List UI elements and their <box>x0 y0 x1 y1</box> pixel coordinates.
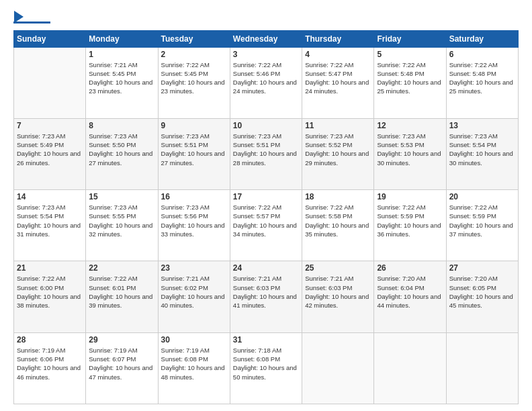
calendar-cell: 19Sunrise: 7:22 AMSunset: 5:59 PMDayligh… <box>374 190 446 261</box>
day-detail: Sunrise: 7:22 AMSunset: 6:01 PMDaylight:… <box>89 274 154 310</box>
day-detail: Sunrise: 7:23 AMSunset: 5:53 PMDaylight:… <box>377 132 443 167</box>
calendar-cell: 23Sunrise: 7:21 AMSunset: 6:02 PMDayligh… <box>158 261 230 332</box>
calendar-cell: 1Sunrise: 7:21 AMSunset: 5:45 PMDaylight… <box>86 47 158 118</box>
day-detail: Sunrise: 7:21 AMSunset: 6:03 PMDaylight:… <box>305 274 371 310</box>
day-number: 22 <box>89 263 154 273</box>
calendar-header-friday: Friday <box>374 30 446 47</box>
day-number: 31 <box>233 335 299 345</box>
day-number: 15 <box>89 192 154 201</box>
day-detail: Sunrise: 7:23 AMSunset: 5:54 PMDaylight:… <box>449 132 515 167</box>
header <box>13 11 519 24</box>
calendar-cell: 15Sunrise: 7:23 AMSunset: 5:55 PMDayligh… <box>86 190 158 261</box>
calendar-cell: 8Sunrise: 7:23 AMSunset: 5:50 PMDaylight… <box>86 118 158 189</box>
calendar-cell <box>302 332 374 404</box>
day-detail: Sunrise: 7:23 AMSunset: 5:50 PMDaylight:… <box>89 132 154 167</box>
day-number: 20 <box>449 192 515 201</box>
day-number: 10 <box>233 121 299 130</box>
day-detail: Sunrise: 7:22 AMSunset: 5:59 PMDaylight:… <box>377 203 443 238</box>
day-detail: Sunrise: 7:19 AMSunset: 6:07 PMDaylight:… <box>89 346 154 381</box>
day-number: 3 <box>233 50 299 59</box>
calendar-cell: 18Sunrise: 7:22 AMSunset: 5:58 PMDayligh… <box>302 190 374 261</box>
calendar-header-saturday: Saturday <box>446 30 518 47</box>
calendar-cell: 16Sunrise: 7:23 AMSunset: 5:56 PMDayligh… <box>158 190 230 261</box>
calendar-cell: 11Sunrise: 7:23 AMSunset: 5:52 PMDayligh… <box>302 118 374 189</box>
day-detail: Sunrise: 7:21 AMSunset: 6:03 PMDaylight:… <box>233 274 299 310</box>
day-number: 24 <box>233 263 299 273</box>
day-number: 18 <box>305 192 371 201</box>
calendar-week-4: 21Sunrise: 7:22 AMSunset: 6:00 PMDayligh… <box>14 261 519 332</box>
logo <box>13 11 50 24</box>
day-number: 14 <box>17 192 83 201</box>
day-number: 25 <box>305 263 371 273</box>
day-detail: Sunrise: 7:22 AMSunset: 5:48 PMDaylight:… <box>377 60 443 96</box>
day-detail: Sunrise: 7:22 AMSunset: 5:45 PMDaylight:… <box>161 60 227 96</box>
day-number: 2 <box>161 50 227 59</box>
day-detail: Sunrise: 7:23 AMSunset: 5:56 PMDaylight:… <box>161 203 227 238</box>
day-number: 28 <box>17 335 83 345</box>
day-detail: Sunrise: 7:20 AMSunset: 6:04 PMDaylight:… <box>377 274 443 310</box>
calendar-header-wednesday: Wednesday <box>230 30 302 47</box>
calendar-cell: 10Sunrise: 7:23 AMSunset: 5:51 PMDayligh… <box>230 118 302 189</box>
day-number: 17 <box>233 192 299 201</box>
page: SundayMondayTuesdayWednesdayThursdayFrid… <box>0 0 532 411</box>
day-detail: Sunrise: 7:22 AMSunset: 5:46 PMDaylight:… <box>233 60 299 96</box>
calendar-cell: 5Sunrise: 7:22 AMSunset: 5:48 PMDaylight… <box>374 47 446 118</box>
day-detail: Sunrise: 7:20 AMSunset: 6:05 PMDaylight:… <box>449 274 515 310</box>
day-detail: Sunrise: 7:23 AMSunset: 5:54 PMDaylight:… <box>17 203 83 238</box>
day-detail: Sunrise: 7:22 AMSunset: 6:00 PMDaylight:… <box>17 274 83 310</box>
calendar-cell: 13Sunrise: 7:23 AMSunset: 5:54 PMDayligh… <box>446 118 518 189</box>
calendar-cell <box>374 332 446 404</box>
day-detail: Sunrise: 7:22 AMSunset: 5:58 PMDaylight:… <box>305 203 371 238</box>
calendar-cell: 9Sunrise: 7:23 AMSunset: 5:51 PMDaylight… <box>158 118 230 189</box>
calendar-week-1: 1Sunrise: 7:21 AMSunset: 5:45 PMDaylight… <box>14 47 519 118</box>
day-number: 27 <box>449 263 515 273</box>
day-number: 1 <box>89 50 154 59</box>
day-detail: Sunrise: 7:23 AMSunset: 5:52 PMDaylight:… <box>305 132 371 167</box>
calendar-cell: 17Sunrise: 7:22 AMSunset: 5:57 PMDayligh… <box>230 190 302 261</box>
day-detail: Sunrise: 7:18 AMSunset: 6:08 PMDaylight:… <box>233 346 299 381</box>
day-number: 5 <box>377 50 443 59</box>
calendar-cell: 28Sunrise: 7:19 AMSunset: 6:06 PMDayligh… <box>14 332 86 404</box>
day-number: 19 <box>377 192 443 201</box>
day-detail: Sunrise: 7:23 AMSunset: 5:51 PMDaylight:… <box>161 132 227 167</box>
day-detail: Sunrise: 7:22 AMSunset: 5:57 PMDaylight:… <box>233 203 299 238</box>
day-detail: Sunrise: 7:21 AMSunset: 6:02 PMDaylight:… <box>161 274 227 310</box>
calendar-cell: 3Sunrise: 7:22 AMSunset: 5:46 PMDaylight… <box>230 47 302 118</box>
calendar-week-3: 14Sunrise: 7:23 AMSunset: 5:54 PMDayligh… <box>14 190 519 261</box>
calendar-cell: 4Sunrise: 7:22 AMSunset: 5:47 PMDaylight… <box>302 47 374 118</box>
calendar-header-sunday: Sunday <box>14 30 86 47</box>
calendar-cell: 2Sunrise: 7:22 AMSunset: 5:45 PMDaylight… <box>158 47 230 118</box>
day-detail: Sunrise: 7:23 AMSunset: 5:55 PMDaylight:… <box>89 203 154 238</box>
calendar-cell: 7Sunrise: 7:23 AMSunset: 5:49 PMDaylight… <box>14 118 86 189</box>
calendar-header-monday: Monday <box>86 30 158 47</box>
calendar-cell: 12Sunrise: 7:23 AMSunset: 5:53 PMDayligh… <box>374 118 446 189</box>
day-number: 12 <box>377 121 443 130</box>
day-detail: Sunrise: 7:23 AMSunset: 5:49 PMDaylight:… <box>17 132 83 167</box>
day-detail: Sunrise: 7:22 AMSunset: 5:48 PMDaylight:… <box>449 60 515 96</box>
day-detail: Sunrise: 7:19 AMSunset: 6:06 PMDaylight:… <box>17 346 83 381</box>
day-number: 26 <box>377 263 443 273</box>
day-number: 7 <box>17 121 83 130</box>
calendar-cell <box>14 47 86 118</box>
calendar-cell: 6Sunrise: 7:22 AMSunset: 5:48 PMDaylight… <box>446 47 518 118</box>
calendar-header-row: SundayMondayTuesdayWednesdayThursdayFrid… <box>14 30 519 47</box>
calendar-cell: 27Sunrise: 7:20 AMSunset: 6:05 PMDayligh… <box>446 261 518 332</box>
day-number: 9 <box>161 121 227 130</box>
day-number: 8 <box>89 121 154 130</box>
calendar-cell: 29Sunrise: 7:19 AMSunset: 6:07 PMDayligh… <box>86 332 158 404</box>
day-number: 29 <box>89 335 154 345</box>
calendar-header-thursday: Thursday <box>302 30 374 47</box>
day-number: 16 <box>161 192 227 201</box>
calendar-cell: 26Sunrise: 7:20 AMSunset: 6:04 PMDayligh… <box>374 261 446 332</box>
day-number: 6 <box>449 50 515 59</box>
day-detail: Sunrise: 7:22 AMSunset: 5:47 PMDaylight:… <box>305 60 371 96</box>
calendar-cell: 20Sunrise: 7:22 AMSunset: 5:59 PMDayligh… <box>446 190 518 261</box>
calendar-cell: 21Sunrise: 7:22 AMSunset: 6:00 PMDayligh… <box>14 261 86 332</box>
day-number: 30 <box>161 335 227 345</box>
day-detail: Sunrise: 7:21 AMSunset: 5:45 PMDaylight:… <box>89 60 154 96</box>
calendar-cell: 22Sunrise: 7:22 AMSunset: 6:01 PMDayligh… <box>86 261 158 332</box>
day-detail: Sunrise: 7:23 AMSunset: 5:51 PMDaylight:… <box>233 132 299 167</box>
calendar-cell: 25Sunrise: 7:21 AMSunset: 6:03 PMDayligh… <box>302 261 374 332</box>
calendar-cell: 24Sunrise: 7:21 AMSunset: 6:03 PMDayligh… <box>230 261 302 332</box>
calendar-cell: 30Sunrise: 7:19 AMSunset: 6:08 PMDayligh… <box>158 332 230 404</box>
